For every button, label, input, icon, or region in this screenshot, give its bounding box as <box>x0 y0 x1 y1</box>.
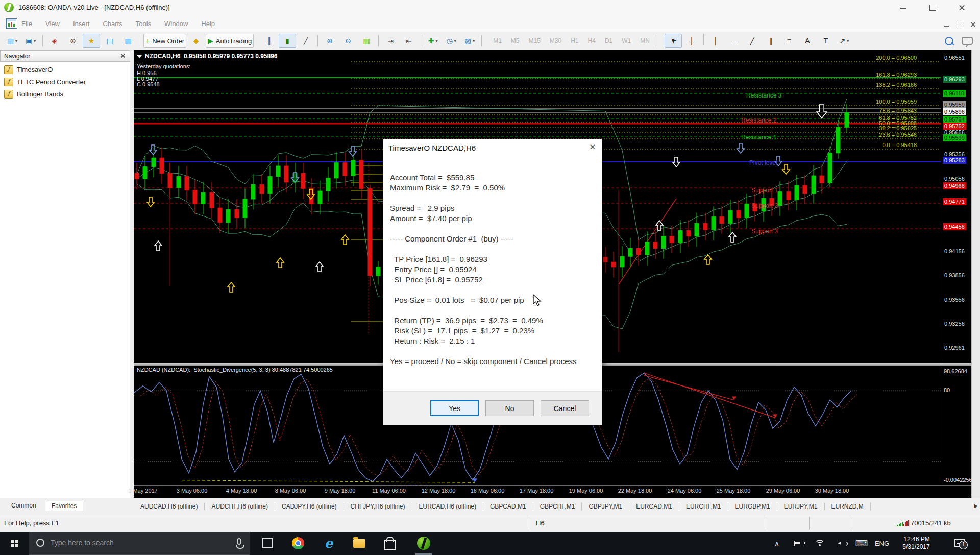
chart-tab-chfjpy-h6-offline[interactable]: CHFJPY,H6 (offline) <box>344 503 412 510</box>
time-axis-label[interactable]: 29 May 06:00 <box>766 488 800 494</box>
equidistant-channel-icon[interactable]: ∥ <box>762 34 779 48</box>
market-watch-icon[interactable]: ▤ <box>101 34 118 48</box>
chart-shift-icon[interactable]: ⇤ <box>400 34 418 48</box>
cursor-icon[interactable]: ➤ <box>665 34 682 48</box>
bar-chart-icon[interactable]: ╫ <box>260 34 278 48</box>
time-axis-label[interactable]: 1 May 2017 <box>128 488 157 494</box>
timeframe-h4[interactable]: H4 <box>583 35 600 46</box>
microphone-icon[interactable] <box>237 538 241 545</box>
crosshair-icon[interactable]: ┼ <box>683 34 700 48</box>
time-axis-label[interactable]: 22 May 18:00 <box>618 488 652 494</box>
periods-icon[interactable]: ◷▾ <box>443 34 460 48</box>
chart-tab-cadjpy-h6-offline[interactable]: CADJPY,H6 (offline) <box>275 503 344 510</box>
trendline-icon[interactable]: ╱ <box>744 34 761 48</box>
chart-tab-audchf-h6-offline[interactable]: AUDCHF,H6 (offline) <box>205 503 275 510</box>
chart-tab-eurchf-m1[interactable]: EURCHF,M1 <box>679 503 728 510</box>
time-axis-label[interactable]: 12 May 18:00 <box>422 488 456 494</box>
chart-tab-gbpjpy-m1[interactable]: GBPJPY,M1 <box>582 503 629 510</box>
menu-file[interactable]: File <box>21 20 32 28</box>
new-order-button[interactable]: +New Order <box>143 34 186 48</box>
edge-button[interactable]: e <box>316 532 341 555</box>
child-minimize-button[interactable] <box>940 19 953 29</box>
start-button[interactable] <box>0 532 29 555</box>
search-input[interactable]: Type here to search <box>29 532 250 555</box>
expert-advisors-icon[interactable]: ◆ <box>187 34 205 48</box>
time-axis-label[interactable]: 24 May 06:00 <box>668 488 702 494</box>
menu-tools[interactable]: Tools <box>136 20 151 28</box>
search-icon[interactable] <box>945 37 953 45</box>
notification-button[interactable]: 1 <box>948 532 971 555</box>
chart-tab-gbpchf-m1[interactable]: GBPCHF,M1 <box>533 503 582 510</box>
time-axis-label[interactable]: 19 May 06:00 <box>569 488 603 494</box>
candlestick-chart-icon[interactable]: ▮ <box>279 34 296 48</box>
community-chat-icon[interactable] <box>962 37 973 45</box>
time-axis-label[interactable]: 3 May 06:00 <box>177 488 208 494</box>
navigator-item-bollinger-bands[interactable]: ƒBollinger Bands <box>0 88 130 100</box>
touch-keyboard-icon[interactable]: ⌨ <box>851 532 872 555</box>
chart-quote-line[interactable]: NZDCAD,H6 0.95858 0.95979 0.95773 0.9589… <box>137 53 278 60</box>
crosshair-target-icon[interactable]: ⊕ <box>64 34 82 48</box>
child-restore-button[interactable] <box>953 19 967 29</box>
time-axis-label[interactable]: 8 May 06:00 <box>275 488 306 494</box>
menu-help[interactable]: Help <box>201 20 215 28</box>
chart-profiles-icon[interactable]: ▣▾ <box>22 34 39 48</box>
chrome-button[interactable] <box>286 532 310 555</box>
chart-tab-eurcad-h6-offline[interactable]: EURCAD,H6 (offline) <box>412 503 483 510</box>
chart-dropdown-icon[interactable] <box>137 55 142 58</box>
new-chart-icon[interactable]: ▦▾ <box>4 34 21 48</box>
symbols-icon[interactable]: ◈ <box>46 34 63 48</box>
timeframe-m30[interactable]: M30 <box>545 35 566 46</box>
chart-tab-eurjpy-m1[interactable]: EURJPY,M1 <box>777 503 825 510</box>
file-explorer-button[interactable] <box>347 532 372 555</box>
favorites-folder-icon[interactable]: ★ <box>83 34 100 48</box>
clock[interactable]: 12:46 PM5/31/2017 <box>893 532 939 555</box>
time-axis-label[interactable]: 9 May 18:00 <box>325 488 356 494</box>
tab-scroll-right-icon[interactable]: ▶ <box>974 503 978 509</box>
indicators-list-icon[interactable]: ✚▾ <box>424 34 442 48</box>
menu-view[interactable]: View <box>45 20 60 28</box>
zoom-out-icon[interactable]: ⊖ <box>339 34 357 48</box>
wifi-icon[interactable] <box>811 532 829 555</box>
horizontal-line-icon[interactable]: ─ <box>725 34 743 48</box>
timeframe-m5[interactable]: M5 <box>506 35 524 46</box>
yes-button[interactable]: Yes <box>430 400 479 416</box>
tab-common[interactable]: Common <box>5 501 42 511</box>
autotrading-button[interactable]: ▶AutoTrading <box>206 34 254 48</box>
chart-tab-eurcad-m1[interactable]: EURCAD,M1 <box>629 503 679 510</box>
no-button[interactable]: No <box>485 400 534 416</box>
navigator-close-icon[interactable] <box>119 52 127 59</box>
timeframe-m15[interactable]: M15 <box>524 35 545 46</box>
panel-splitter[interactable] <box>130 50 134 498</box>
text-icon[interactable]: A <box>799 34 816 48</box>
timeframe-h1[interactable]: H1 <box>566 35 583 46</box>
time-axis-label[interactable]: 16 May 06:00 <box>471 488 505 494</box>
text-label-icon[interactable]: T <box>817 34 835 48</box>
dialog-close-icon[interactable]: ✕ <box>589 142 596 152</box>
time-axis-label[interactable]: 4 May 18:00 <box>226 488 257 494</box>
task-view-button[interactable] <box>255 532 280 555</box>
close-button[interactable] <box>950 0 973 15</box>
timeframe-mn[interactable]: MN <box>635 35 654 46</box>
child-close-button[interactable] <box>967 19 980 29</box>
mt4-taskbar-button[interactable] <box>411 532 436 555</box>
chart-tab-audcad-h6-offline[interactable]: AUDCAD,H6 (offline) <box>134 503 205 510</box>
menu-insert[interactable]: Insert <box>73 20 90 28</box>
timeframe-m1[interactable]: M1 <box>488 35 506 46</box>
time-axis-label[interactable]: 11 May 06:00 <box>372 488 406 494</box>
menu-window[interactable]: Window <box>164 20 188 28</box>
navigator-item-timesavero[interactable]: ƒTimesaverO <box>0 63 130 76</box>
time-axis-label[interactable]: 25 May 18:00 <box>717 488 751 494</box>
line-chart-icon[interactable]: ╱ <box>297 34 314 48</box>
menu-charts[interactable]: Charts <box>103 20 122 28</box>
time-axis-label[interactable]: 30 May 18:00 <box>815 488 849 494</box>
language-indicator[interactable]: ENG <box>872 532 892 555</box>
arrows-tool-icon[interactable]: ↗▾ <box>836 34 853 48</box>
time-axis-label[interactable]: 17 May 18:00 <box>520 488 554 494</box>
zoom-in-icon[interactable]: ⊕ <box>321 34 338 48</box>
chart-tab-eurgbp-m1[interactable]: EURGBP,M1 <box>728 503 777 510</box>
restore-button[interactable] <box>921 0 944 15</box>
minimize-button[interactable] <box>892 0 915 15</box>
vertical-line-icon[interactable]: │ <box>707 34 724 48</box>
chart-tab-gbpcad-m1[interactable]: GBPCAD,M1 <box>483 503 533 510</box>
templates-icon[interactable]: ▨▾ <box>461 34 478 48</box>
